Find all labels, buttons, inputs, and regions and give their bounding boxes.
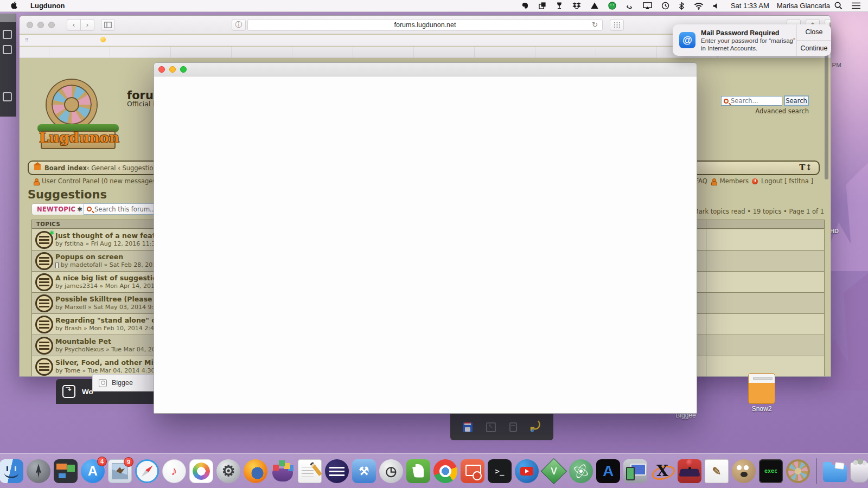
spotlight-icon[interactable]	[834, 2, 843, 10]
window-zoom-button[interactable]	[180, 66, 187, 73]
window-close-button[interactable]	[27, 22, 33, 28]
textedit-icon[interactable]	[298, 459, 322, 483]
evernote-icon[interactable]	[406, 459, 430, 483]
a-letter-app-icon[interactable]: A	[596, 459, 620, 483]
firefox-icon[interactable]	[244, 459, 267, 483]
launchpad-icon[interactable]	[27, 459, 50, 483]
menu-bar-user[interactable]: Marisa Giancarla	[777, 2, 830, 10]
documents-folder-icon[interactable]	[823, 465, 847, 482]
topic-title[interactable]: Just thought of a new feature	[55, 232, 168, 240]
drive-menu-item[interactable]: Biggee	[92, 374, 157, 391]
vim-icon[interactable]: V	[542, 459, 566, 483]
green-status-icon[interactable]	[608, 2, 616, 10]
bookmark-item[interactable]	[110, 47, 171, 57]
chrome-icon[interactable]	[433, 459, 457, 483]
devices-icon[interactable]	[623, 459, 647, 483]
trash-icon[interactable]	[850, 462, 868, 483]
bookmark-item[interactable]	[292, 47, 353, 57]
logout-link[interactable]: Logout [ fstltna ]	[761, 177, 813, 185]
apple-menu-icon[interactable]	[11, 2, 18, 10]
mission-control-icon[interactable]	[54, 459, 78, 483]
wineskin-icon[interactable]	[556, 2, 563, 10]
gimp-icon[interactable]	[732, 459, 756, 483]
forum-search-input[interactable]: Search...	[721, 96, 782, 106]
lugdunon-logo[interactable]: Lugdunon	[33, 80, 125, 153]
breadcrumb-board-index[interactable]: Board index	[44, 164, 87, 172]
bookmark-item[interactable]	[94, 37, 114, 43]
bookmark-item[interactable]	[353, 47, 414, 57]
copy-windows-icon[interactable]	[538, 2, 546, 10]
window-close-button[interactable]	[158, 66, 165, 73]
app-store-icon[interactable]: A 4	[81, 459, 105, 483]
bookmark-item[interactable]	[535, 47, 596, 57]
time-machine-icon[interactable]	[661, 2, 669, 10]
members-link[interactable]: Members	[720, 177, 749, 185]
home-icon[interactable]	[34, 165, 41, 170]
breadcrumb-rest[interactable]: ‹ General ‹ Suggestions	[87, 164, 161, 172]
undo-icon[interactable]	[531, 422, 541, 432]
restore-icon[interactable]	[486, 422, 496, 432]
url-field[interactable]: forums.lugdunon.net ↻	[247, 19, 603, 31]
dropbox-icon[interactable]	[572, 2, 581, 10]
exec-terminal-icon[interactable]: exec	[759, 459, 783, 483]
bookmark-item[interactable]	[475, 47, 535, 57]
desktop-drive-snow2[interactable]: Snow2	[748, 373, 776, 413]
back-button[interactable]: ‹	[67, 19, 81, 31]
wifi-icon[interactable]	[694, 2, 704, 10]
close-button[interactable]: Close	[797, 24, 831, 40]
text-size-button[interactable]: T↕	[799, 163, 812, 172]
window-minimize-button[interactable]	[169, 66, 176, 73]
window-zoom-button[interactable]	[48, 22, 55, 28]
volume-icon[interactable]	[713, 2, 720, 10]
scrollbar-thumb[interactable]	[825, 35, 828, 179]
menu-bar-clock[interactable]: Sat 1:33 AM	[731, 2, 769, 10]
youtube-icon[interactable]	[515, 459, 539, 483]
atom-icon[interactable]	[569, 459, 593, 483]
reload-icon[interactable]: ↻	[592, 21, 598, 29]
new-topic-button[interactable]: NEWTOPIC ✱	[31, 203, 88, 215]
airplay-display-icon[interactable]	[643, 2, 652, 10]
phone-icon[interactable]	[626, 2, 634, 10]
xcode-icon[interactable]: ⚒	[352, 459, 376, 483]
terminal-icon[interactable]: >_	[488, 459, 512, 483]
safari-icon[interactable]	[135, 459, 159, 483]
popup-titlebar[interactable]	[154, 63, 697, 76]
delete-icon[interactable]	[509, 422, 517, 432]
mail-icon[interactable]: 9	[108, 459, 132, 483]
favorites-grid-icon[interactable]: ⠿	[25, 37, 29, 43]
save-icon[interactable]	[463, 422, 473, 432]
bookmark-item[interactable]	[232, 47, 292, 57]
game-bowl-icon[interactable]	[271, 459, 295, 483]
window-minimize-button[interactable]	[37, 22, 44, 28]
remote-desktop-icon[interactable]	[461, 459, 484, 483]
forward-button[interactable]: ›	[80, 19, 94, 31]
evernote-icon[interactable]	[521, 2, 529, 10]
sidebar-button[interactable]	[101, 19, 115, 31]
continue-button[interactable]: Continue	[797, 40, 831, 56]
active-app-name[interactable]: Lugdunon	[30, 2, 65, 10]
bookmark-item[interactable]	[596, 47, 657, 57]
bookmark-item[interactable]	[49, 47, 110, 57]
topic-title[interactable]: Popups on screen	[55, 253, 123, 261]
warning-icon[interactable]	[590, 2, 599, 10]
advanced-search-link[interactable]: Advanced search	[717, 107, 809, 115]
system-preferences-icon[interactable]: ⚙	[216, 459, 240, 483]
bookmark-item[interactable]	[171, 47, 232, 57]
joystick-icon[interactable]	[678, 459, 701, 483]
bookmark-item[interactable]	[414, 47, 475, 57]
xquartz-icon[interactable]: X	[650, 459, 674, 483]
eclipse-icon[interactable]	[325, 459, 349, 483]
topic-title[interactable]: A nice big list of suggestions!	[55, 274, 169, 282]
photos-icon[interactable]	[189, 459, 213, 483]
topic-title[interactable]: Mountable Pet	[55, 337, 111, 345]
dock-separator[interactable]	[816, 458, 817, 484]
user-control-panel-link[interactable]: User Control Panel (0 new messages)	[33, 177, 158, 185]
bluetooth-icon[interactable]	[679, 2, 685, 10]
info-button[interactable]: ⓘ	[232, 19, 246, 31]
itunes-icon[interactable]: ♪	[162, 459, 186, 483]
top-sites-grid-button[interactable]	[610, 19, 624, 31]
backup-clock-icon[interactable]: ◷	[379, 459, 403, 483]
lugdunon-client-icon[interactable]	[786, 459, 810, 483]
finder-icon[interactable]	[0, 459, 23, 483]
search-button[interactable]: Search	[784, 95, 809, 106]
